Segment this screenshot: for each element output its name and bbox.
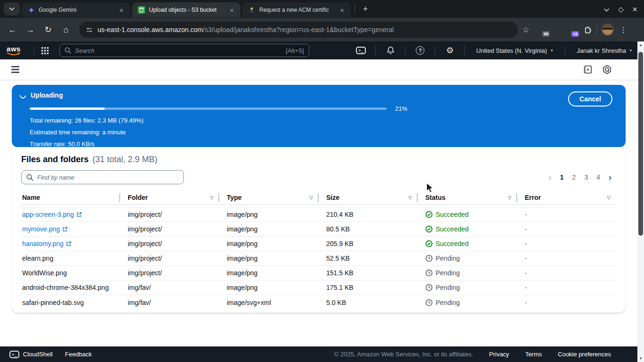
table-row: elearn.png img/project/ image/png 52.5 K… [21,251,616,266]
url-domain: us-east-1.console.aws.amazon.com [98,26,203,33]
aws-search-box[interactable]: [Alt+S] [59,44,309,57]
cancel-button[interactable]: Cancel [568,91,612,107]
account-menu[interactable]: Janak kr Shrestha▼ [572,47,637,54]
time-remaining-text: Estimated time remaining: a minute [30,129,612,136]
footer-cookie-preferences-link[interactable]: Cookie preferences [558,351,611,358]
external-link-icon [62,226,68,232]
error-cell: - [517,299,616,306]
pending-clock-icon [425,284,433,291]
back-button[interactable]: ← [5,22,20,37]
footer-terms-link[interactable]: Terms [525,351,542,358]
find-by-name-input[interactable] [37,174,179,181]
total-remaining-text: Total remaining: 26 files: 2.3 MB (79.49… [30,117,612,124]
tab-google-gemini[interactable]: Google Gemini × [22,2,130,17]
nav-separator [435,46,435,55]
tab-acm-certificate[interactable]: Request a new ACM certific × [242,2,351,17]
extension-adblock-icon[interactable]: 99 [539,25,548,34]
new-tab-button[interactable]: + [359,2,372,16]
help-icon[interactable]: ? [412,46,428,55]
minimize-icon[interactable] [603,6,610,13]
amazon-q-icon[interactable] [602,65,612,74]
settings-gear-icon[interactable]: ⚙ [442,46,458,55]
error-cell: - [517,240,616,247]
s3-favicon [138,6,145,14]
pending-clock-icon [425,299,433,306]
nav-separator [464,46,465,55]
extension-printer-icon[interactable] [553,25,562,34]
folder-cell: img/project/ [120,225,219,233]
aws-footer: >_ CloudShell Feedback © 2025, Amazon We… [0,346,644,362]
tab-close-icon[interactable]: × [117,6,125,15]
page-scrollbar[interactable]: ▲ ▼ [637,41,644,362]
scrollbar-thumb[interactable] [638,52,643,236]
column-header-status[interactable]: Status▽ [418,191,517,204]
page-2[interactable]: 2 [572,173,576,181]
file-name: android-chrome-384x384.png [21,284,120,291]
maximize-icon[interactable]: ◇ [618,6,624,13]
chevron-down-icon [9,7,15,11]
footer-cloudshell-button[interactable]: >_ CloudShell [9,351,53,358]
file-link[interactable]: app-screen-3.png [22,211,82,218]
tab-close-icon[interactable]: × [338,6,346,15]
aws-search-input[interactable] [75,47,282,54]
aws-logo[interactable]: aws [7,46,21,56]
forward-button[interactable]: → [23,22,38,37]
next-page-icon[interactable]: › [609,173,611,181]
find-by-name-box[interactable] [21,170,184,184]
folder-cell: img/project/ [120,255,219,262]
table-header-row: Name Folder▽ Type▽ Size▽ Status▽ Error▽ [21,191,616,205]
scroll-down-icon[interactable]: ▼ [637,356,644,361]
notifications-bell-icon[interactable] [382,46,398,55]
tab-close-icon[interactable]: × [228,6,236,15]
browser-menu-icon[interactable]: ⋮ [617,25,630,34]
profile-avatar[interactable] [602,24,614,36]
file-link[interactable]: hanatomy.png [22,240,72,247]
scroll-up-icon[interactable]: ▲ [637,43,644,47]
column-header-folder[interactable]: Folder▽ [120,191,219,204]
cloudshell-icon[interactable]: >_ [353,47,369,54]
filter-icon[interactable]: ▽ [309,195,313,200]
table-row: mymove.png img/project/ image/png 80.5 K… [21,222,616,237]
region-selector[interactable]: United States (N. Virginia)▼ [471,47,558,54]
site-info-icon[interactable] [86,26,93,33]
services-grid-icon[interactable] [41,47,49,55]
files-card: Files and folders (31 total, 2.9 MB) ‹ 1… [12,147,626,313]
filter-icon[interactable]: ▽ [607,195,611,200]
page-4[interactable]: 4 [596,173,600,181]
tab-s3-upload[interactable]: Upload objects - S3 bucket × [132,2,240,17]
bookmark-star-icon[interactable]: ☆ [522,25,529,35]
folder-cell: img/project/ [120,240,219,247]
column-header-size[interactable]: Size▽ [319,191,418,204]
close-window-icon[interactable]: × [632,5,637,14]
side-menu-hamburger-icon[interactable] [11,66,19,73]
file-link[interactable]: mymove.png [22,225,68,233]
tab-search-button[interactable] [4,2,20,16]
status-cell: Pending [418,269,517,277]
size-cell: 175.1 KB [319,284,418,291]
cloudshell-panel-icon[interactable] [583,65,593,74]
footer-feedback-link[interactable]: Feedback [65,351,92,358]
files-heading: Files and folders [21,155,89,165]
size-cell: 5.0 KB [319,299,418,306]
toolbar-divider [596,25,597,34]
file-name: WorldWise.png [21,269,120,277]
filter-icon[interactable]: ▽ [210,195,214,200]
reload-button[interactable]: ↻ [41,22,56,37]
page-1[interactable]: 1 [560,173,564,181]
column-header-name[interactable]: Name [21,191,120,204]
column-header-error[interactable]: Error▽ [517,191,616,204]
home-button[interactable]: ⌂ [58,22,74,37]
address-bar[interactable]: us-east-1.console.aws.amazon.com/s3/uplo… [79,22,518,38]
banner-title: Uploading [31,91,63,99]
tab-divider [355,5,355,13]
page-3[interactable]: 3 [584,173,588,181]
filter-icon[interactable]: ▽ [508,195,512,200]
extension-purple-icon[interactable]: 15 [568,25,577,34]
footer-privacy-link[interactable]: Privacy [489,351,509,358]
folder-cell: img/project/ [120,211,219,218]
extensions-puzzle-icon[interactable] [583,25,592,34]
column-header-type[interactable]: Type▽ [219,191,319,204]
pagination: ‹ 1 2 3 4 › [549,173,611,181]
filter-icon[interactable]: ▽ [408,195,412,200]
size-cell: 52.5 KB [319,255,418,262]
